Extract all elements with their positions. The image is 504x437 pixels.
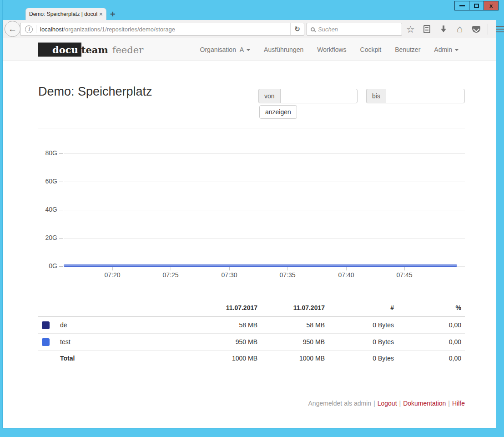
bookmark-star-icon[interactable]: ☆ bbox=[406, 25, 415, 34]
anzeigen-button[interactable]: anzeigen bbox=[259, 105, 297, 119]
table-total-row: Total 1000 MB 1000 MB 0 Bytes 0,00 bbox=[38, 350, 465, 366]
url-host: localhost bbox=[40, 26, 63, 33]
header-date-start: 11.07.2017 bbox=[194, 300, 261, 316]
von-input-group: von bbox=[258, 89, 358, 103]
row-value-start: 950 MB bbox=[194, 333, 261, 350]
gridline bbox=[64, 238, 465, 239]
signed-in-text: Angemeldet als admin bbox=[308, 400, 372, 407]
gridline bbox=[64, 210, 465, 210]
url-text: localhost/organizations/1/repositories/d… bbox=[40, 26, 290, 33]
storage-table: 11.07.2017 11.07.2017 # % de 58 MB 58 MB… bbox=[38, 300, 465, 366]
y-axis-tick bbox=[59, 182, 63, 182]
y-axis-tick-label: 0G bbox=[38, 262, 57, 269]
nav-item-benutzer[interactable]: Benutzer bbox=[395, 46, 420, 53]
menu-icon[interactable] bbox=[495, 26, 504, 32]
minimize-button[interactable] bbox=[454, 1, 469, 10]
page-title: Demo: Speicherplatz bbox=[38, 85, 152, 99]
y-axis-tick bbox=[59, 238, 63, 239]
url-bar[interactable]: i localhost/organizations/1/repositories… bbox=[20, 23, 304, 36]
header-percent: % bbox=[398, 300, 465, 316]
nav-item-admin[interactable]: Admin bbox=[434, 46, 459, 53]
storage-data-line bbox=[64, 264, 457, 267]
reading-list-glyph bbox=[423, 25, 430, 33]
nav-item-ausfuehrungen[interactable]: Ausführungen bbox=[264, 46, 303, 53]
search-input[interactable] bbox=[318, 26, 398, 33]
row-percent: 0,00 bbox=[398, 333, 465, 350]
dokumentation-link[interactable]: Dokumentation bbox=[403, 400, 446, 407]
y-axis-tick bbox=[59, 153, 63, 154]
table-header-row: 11.07.2017 11.07.2017 # % bbox=[38, 300, 465, 316]
nav-item-organisation[interactable]: Organisation_A bbox=[200, 46, 251, 53]
x-axis-tick bbox=[404, 267, 405, 270]
x-axis-tick-label: 07:20 bbox=[98, 271, 127, 279]
bis-field[interactable] bbox=[386, 89, 465, 103]
brand-docu: docu bbox=[38, 42, 81, 56]
site-navbar: docuteamfeeder Organisation_A Ausführung… bbox=[3, 38, 496, 61]
x-axis-tick-label: 07:35 bbox=[273, 271, 302, 279]
maximize-button[interactable] bbox=[469, 1, 484, 10]
tab-title: Demo: Speicherplatz | docuteam bbox=[29, 11, 97, 17]
nav-item-cockpit[interactable]: Cockpit bbox=[360, 46, 382, 53]
reading-list-icon[interactable] bbox=[422, 25, 432, 33]
nav-item-label: Organisation_A bbox=[200, 46, 244, 53]
total-value-end: 1000 MB bbox=[261, 350, 328, 366]
download-icon[interactable] bbox=[438, 25, 448, 33]
reload-button[interactable]: ↻ bbox=[290, 23, 304, 35]
home-icon[interactable]: ⌂ bbox=[455, 24, 464, 34]
url-separator bbox=[36, 25, 36, 33]
logout-link[interactable]: Logout bbox=[378, 400, 397, 407]
browser-tab[interactable]: Demo: Speicherplatz | docuteam × bbox=[25, 8, 106, 20]
nav-item-label: Cockpit bbox=[360, 46, 382, 53]
gridline bbox=[64, 182, 465, 182]
pocket-icon[interactable] bbox=[471, 26, 481, 33]
total-count: 0 Bytes bbox=[328, 350, 398, 366]
brand-team: team bbox=[81, 44, 108, 55]
row-count: 0 Bytes bbox=[328, 316, 398, 333]
chevron-down-icon bbox=[247, 49, 250, 51]
legend-swatch-test bbox=[42, 338, 50, 346]
download-glyph bbox=[440, 25, 447, 33]
header-count: # bbox=[328, 300, 398, 316]
chevron-down-icon bbox=[455, 49, 459, 51]
new-tab-button[interactable]: + bbox=[110, 9, 116, 20]
row-value-end: 58 MB bbox=[261, 316, 328, 333]
brand-logo[interactable]: docuteamfeeder bbox=[38, 44, 143, 55]
x-axis-tick bbox=[229, 267, 230, 270]
minimize-icon bbox=[459, 5, 465, 6]
table-row: test 950 MB 950 MB 0 Bytes 0,00 bbox=[38, 333, 465, 350]
footer-separator: | bbox=[373, 400, 375, 407]
von-label: von bbox=[258, 89, 280, 103]
x-axis-tick bbox=[346, 267, 347, 270]
nav-item-label: Ausführungen bbox=[264, 46, 303, 53]
pocket-glyph bbox=[472, 26, 480, 33]
von-field[interactable] bbox=[280, 89, 358, 103]
tab-close-icon[interactable]: × bbox=[99, 10, 103, 18]
window-bottom-edge bbox=[2, 428, 496, 428]
header-date-end: 11.07.2017 bbox=[261, 300, 328, 316]
hilfe-link[interactable]: Hilfe bbox=[452, 400, 465, 407]
y-axis-tick-label: 40G bbox=[38, 206, 57, 213]
close-button[interactable]: x bbox=[484, 1, 499, 10]
window-right-edge bbox=[496, 0, 496, 428]
y-axis-tick-label: 20G bbox=[38, 234, 57, 241]
window-controls: x bbox=[455, 1, 499, 10]
nav-item-label: Workflows bbox=[317, 46, 346, 53]
hamburger-glyph bbox=[496, 26, 504, 32]
legend-swatch-de bbox=[42, 321, 50, 329]
gridline bbox=[64, 153, 465, 154]
nav-item-workflows[interactable]: Workflows bbox=[317, 46, 346, 53]
site-info-icon[interactable]: i bbox=[25, 25, 33, 33]
table-row: de 58 MB 58 MB 0 Bytes 0,00 bbox=[38, 316, 465, 333]
desktop: x Demo: Speicherplatz | docuteam × + ← i… bbox=[0, 0, 504, 437]
main-navigation: Organisation_A Ausführungen Workflows Co… bbox=[200, 38, 459, 61]
footer-separator: | bbox=[448, 400, 450, 407]
brand-feeder: feeder bbox=[112, 44, 144, 55]
y-axis-tick bbox=[59, 266, 63, 267]
back-button[interactable]: ← bbox=[5, 21, 20, 37]
x-axis-tick-label: 07:40 bbox=[332, 271, 361, 279]
search-bar[interactable] bbox=[307, 23, 402, 36]
total-label: Total bbox=[56, 350, 194, 366]
y-axis-tick-label: 80G bbox=[38, 149, 57, 157]
search-icon bbox=[311, 27, 315, 31]
nav-item-label: Benutzer bbox=[395, 46, 420, 53]
